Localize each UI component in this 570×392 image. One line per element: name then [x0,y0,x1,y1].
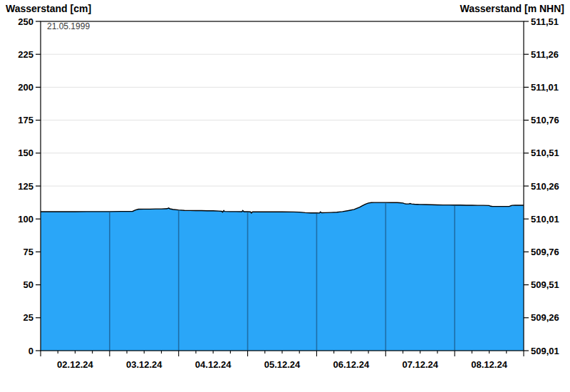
flood-date-annotation: 21.05.1999 [47,21,90,31]
left-tick-label: 250 [18,16,33,27]
right-tick-label: 509,26 [531,312,559,323]
right-tick-label: 510,51 [531,148,559,158]
x-date-label: 07.12.24 [402,359,438,370]
right-tick-label: 511,26 [531,49,559,60]
right-tick-label: 510,01 [531,214,559,225]
right-tick-label: 509,51 [531,279,559,290]
water-level-chart: 0509,0125509,2650509,5175509,76100510,01… [0,0,570,392]
x-date-label: 05.12.24 [264,359,301,370]
left-tick-label: 100 [18,214,33,225]
x-date-label: 04.12.24 [195,359,232,370]
left-axis-title: Wasserstand [cm] [6,3,91,14]
left-tick-label: 50 [24,279,33,290]
x-date-label: 02.12.24 [57,359,93,370]
x-date-label: 06.12.24 [333,359,370,370]
right-tick-label: 509,01 [531,346,559,356]
left-tick-label: 75 [24,247,33,257]
right-axis-title: Wasserstand [m NHN] [460,3,564,14]
left-tick-label: 25 [24,312,33,323]
right-tick-label: 511,01 [531,82,559,93]
left-tick-label: 225 [18,49,33,60]
left-tick-label: 150 [18,148,33,158]
right-tick-label: 510,76 [531,115,559,125]
left-tick-label: 175 [18,115,33,125]
left-tick-label: 200 [18,82,33,93]
right-tick-label: 509,76 [531,247,559,257]
left-tick-label: 125 [18,181,33,192]
left-tick-label: 0 [28,346,33,356]
right-tick-label: 511,51 [531,16,559,27]
area-fill [41,202,524,351]
chart-canvas: 0509,0125509,2650509,5175509,76100510,01… [0,0,570,392]
water-level-area [41,202,524,351]
right-tick-label: 510,26 [531,181,559,192]
x-date-label: 08.12.24 [471,359,507,370]
x-date-label: 03.12.24 [126,359,162,370]
